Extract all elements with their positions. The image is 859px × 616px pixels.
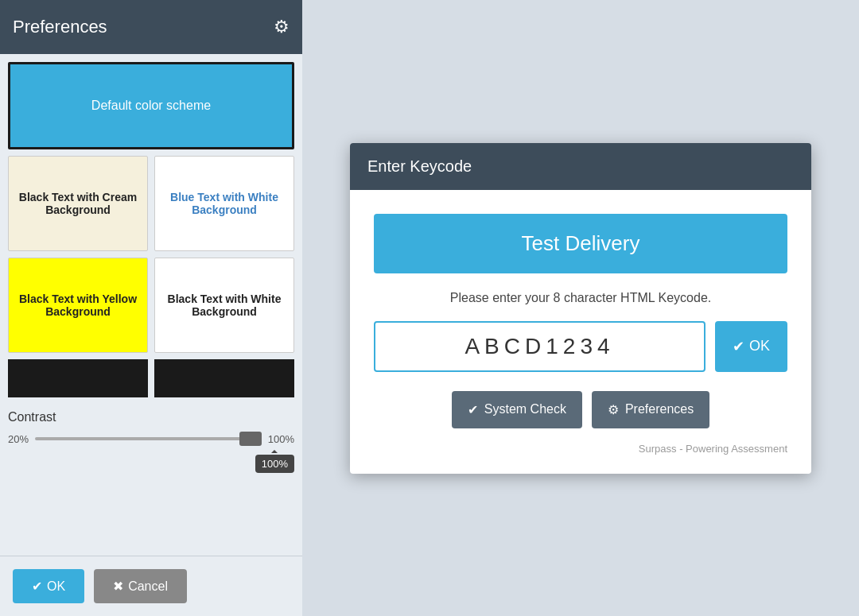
blue-white-card-label: Blue Text with White Background	[161, 191, 287, 216]
cream-card-label: Black Text with Cream Background	[15, 191, 141, 216]
panel-content: Default color scheme Black Text with Cre…	[0, 54, 302, 556]
left-panel: Preferences ⚙ Default color scheme Black…	[0, 0, 302, 616]
ok-button[interactable]: ✔ OK	[13, 569, 84, 603]
dialog-actions: ✔ System Check ⚙ Preferences	[374, 391, 787, 428]
test-delivery-button[interactable]: Test Delivery	[374, 214, 787, 273]
dialog-overlay: Enter Keycode Test Delivery Please enter…	[302, 0, 859, 616]
color-card-yellow[interactable]: Black Text with Yellow Background	[8, 258, 148, 353]
system-check-label: System Check	[484, 402, 566, 416]
tooltip-row: 100%	[8, 450, 294, 473]
system-check-button[interactable]: ✔ System Check	[452, 391, 582, 428]
contrast-section: Contrast 20% 100% 100%	[8, 407, 294, 482]
preferences-dialog-label: Preferences	[625, 402, 694, 416]
dialog-header: Enter Keycode	[350, 143, 811, 190]
contrast-thumb[interactable]	[239, 432, 262, 446]
black-white-card-label: Black Text with White Background	[161, 293, 287, 318]
black-card-1[interactable]	[8, 359, 148, 397]
color-cards-grid: Black Text with Cream Background Blue Te…	[8, 156, 294, 353]
contrast-label: Contrast	[8, 410, 294, 424]
color-card-blue-white[interactable]: Blue Text with White Background	[154, 156, 294, 251]
contrast-row: 20% 100%	[8, 431, 294, 447]
test-delivery-label: Test Delivery	[522, 231, 640, 255]
dialog-instruction: Please enter your 8 character HTML Keyco…	[450, 291, 711, 305]
color-card-cream[interactable]: Black Text with Cream Background	[8, 156, 148, 251]
panel-title: Preferences	[13, 17, 107, 37]
ok-label: OK	[47, 579, 65, 594]
dialog-body: Test Delivery Please enter your 8 charac…	[350, 190, 811, 474]
contrast-max-label: 100%	[268, 433, 294, 445]
dialog-title: Enter Keycode	[367, 157, 472, 175]
contrast-tooltip: 100%	[255, 455, 294, 473]
dialog-footer-text: Surpass - Powering Assessment	[374, 443, 787, 455]
keycode-row: ✔ OK	[374, 321, 787, 372]
gear-icon[interactable]: ⚙	[274, 17, 290, 37]
keycode-input[interactable]	[374, 321, 705, 372]
black-card-2[interactable]	[154, 359, 294, 397]
contrast-track	[35, 437, 262, 440]
yellow-card-label: Black Text with Yellow Background	[15, 293, 141, 318]
cancel-label: Cancel	[128, 579, 168, 594]
dialog-ok-checkmark-icon: ✔	[733, 338, 744, 355]
cancel-button[interactable]: ✖ Cancel	[94, 569, 187, 603]
color-card-black-white[interactable]: Black Text with White Background	[154, 258, 294, 353]
enter-keycode-dialog: Enter Keycode Test Delivery Please enter…	[350, 143, 811, 474]
dialog-ok-button[interactable]: ✔ OK	[715, 321, 787, 372]
preferences-gear-icon: ⚙	[608, 402, 619, 417]
preferences-dialog-button[interactable]: ⚙ Preferences	[592, 391, 709, 428]
contrast-min-label: 20%	[8, 433, 29, 445]
default-card-label: Default color scheme	[91, 99, 211, 113]
system-check-checkmark-icon: ✔	[468, 402, 478, 417]
panel-header: Preferences ⚙	[0, 0, 302, 54]
cancel-cross-icon: ✖	[113, 579, 123, 594]
contrast-slider-container	[35, 431, 262, 447]
default-color-card[interactable]: Default color scheme	[8, 62, 294, 149]
dialog-ok-label: OK	[749, 338, 770, 354]
panel-footer: ✔ OK ✖ Cancel	[0, 556, 302, 616]
black-cards-grid	[8, 359, 294, 397]
ok-checkmark-icon: ✔	[32, 579, 42, 594]
